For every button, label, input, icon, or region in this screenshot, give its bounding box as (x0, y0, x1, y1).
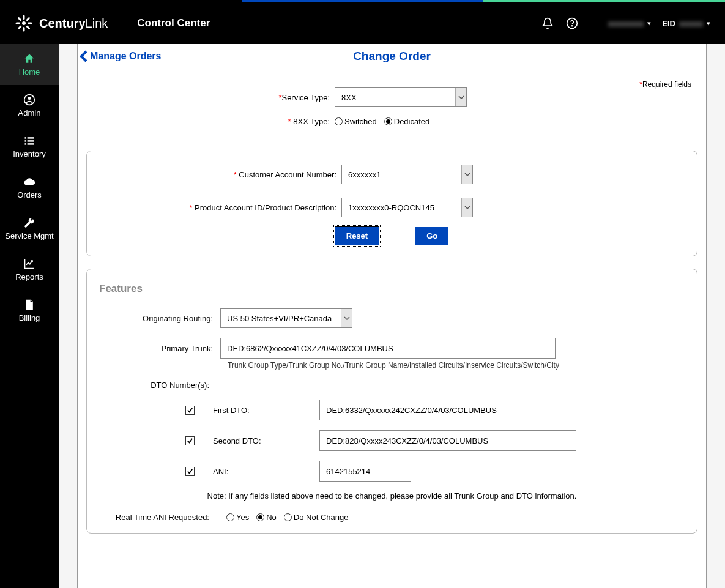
eid-label: EID (662, 19, 675, 28)
svg-rect-4 (28, 23, 32, 24)
reset-button[interactable]: Reset (335, 227, 379, 245)
brand-prefix: Century (39, 17, 86, 30)
chevron-left-icon (79, 50, 89, 62)
user-menu[interactable]: xxxxxxxxx ▾ EID xxxxxx ▾ (608, 19, 710, 28)
select-value: 6xxxxxx1 (342, 170, 461, 179)
sidebar-item-label: Service Mgmt (5, 231, 53, 240)
sidebar-item-orders[interactable]: Orders (0, 167, 59, 208)
required-note: *Required fields (639, 80, 691, 89)
svg-rect-13 (25, 137, 27, 139)
second-dto-checkbox[interactable] (185, 436, 195, 445)
starburst-icon (15, 14, 33, 32)
sidebar-item-label: Admin (18, 108, 41, 117)
svg-rect-3 (16, 23, 21, 24)
features-title: Features (99, 283, 686, 295)
eid-value: xxxxxx (679, 19, 703, 28)
select-value: 8XX (335, 93, 455, 102)
first-dto-label: First DTO: (213, 406, 319, 415)
sidebar: Home Admin Inventory Orders Service Mgmt… (0, 44, 59, 588)
dto-label: DTO Number(s): (98, 381, 214, 390)
features-panel: Features Originating Routing: US 50 Stat… (86, 269, 697, 534)
sidebar-item-label: Home (19, 67, 40, 76)
sidebar-item-admin[interactable]: Admin (0, 85, 59, 126)
features-note: Note: If any fields listed above need to… (98, 491, 686, 501)
svg-rect-8 (26, 25, 30, 29)
radio-switched[interactable]: Switched (335, 117, 377, 126)
chevron-down-icon (461, 165, 472, 184)
username: xxxxxxxxx (608, 19, 644, 28)
radio-rta-no[interactable]: No (256, 513, 277, 522)
radio-label: Dedicated (394, 117, 430, 126)
second-dto-label: Second DTO: (213, 436, 319, 445)
chart-line-icon (23, 258, 35, 270)
prod-acct-select[interactable]: 1xxxxxxxx0-RQOCN145 (341, 198, 473, 217)
prod-acct-label: Product Account ID/Product Description: (195, 203, 336, 212)
chevron-down-icon: ▾ (707, 20, 710, 28)
radio-label: No (266, 513, 277, 522)
app-header: CenturyLink Control Center xxxxxxxxx ▾ E… (0, 2, 725, 44)
radio-label: Do Not Change (294, 513, 349, 522)
svg-rect-17 (25, 143, 27, 145)
page-title: Change Order (353, 50, 431, 63)
second-dto-input[interactable] (319, 430, 576, 451)
svg-rect-16 (28, 140, 34, 142)
radio-label: Switched (344, 117, 377, 126)
wrench-icon (23, 217, 35, 229)
back-button[interactable]: Manage Orders (79, 50, 161, 62)
select-value: US 50 States+VI/PR+Canada (221, 314, 341, 323)
svg-rect-5 (26, 17, 30, 21)
svg-rect-15 (25, 140, 27, 142)
cust-acct-select[interactable]: 6xxxxxx1 (341, 165, 473, 184)
help-icon[interactable] (566, 17, 578, 29)
radio-rta-dnc[interactable]: Do Not Change (284, 513, 349, 522)
sidebar-item-label: Orders (17, 190, 42, 199)
orig-routing-label: Originating Routing: (98, 314, 220, 323)
svg-rect-6 (17, 25, 21, 29)
back-label: Manage Orders (90, 51, 161, 62)
sidebar-item-reports[interactable]: Reports (0, 249, 59, 290)
ani-label: ANI: (213, 467, 319, 476)
primary-trunk-input[interactable] (220, 338, 556, 359)
chevron-down-icon (341, 309, 352, 327)
account-panel: * Customer Account Number: 6xxxxxx1 * Pr… (86, 151, 697, 256)
xx-type-label: 8XX Type: (293, 117, 330, 126)
service-type-select[interactable]: 8XX (335, 87, 467, 107)
sidebar-item-service-mgmt[interactable]: Service Mgmt (0, 208, 59, 249)
ani-input[interactable] (319, 461, 411, 482)
sidebar-item-inventory[interactable]: Inventory (0, 126, 59, 167)
bell-icon[interactable] (541, 17, 554, 29)
go-button[interactable]: Go (415, 227, 448, 245)
document-icon (23, 299, 35, 311)
svg-point-12 (28, 97, 31, 100)
radio-dedicated[interactable]: Dedicated (384, 117, 430, 126)
cust-acct-label: Customer Account Number: (239, 170, 336, 179)
orig-routing-select[interactable]: US 50 States+VI/PR+Canada (220, 308, 352, 328)
ani-checkbox[interactable] (185, 467, 195, 476)
brand-logo: CenturyLink (15, 14, 108, 32)
svg-rect-18 (28, 143, 34, 145)
list-icon (23, 135, 35, 147)
brand-suffix: Link (86, 17, 108, 30)
svg-rect-2 (23, 27, 25, 32)
svg-rect-7 (17, 17, 21, 21)
svg-rect-14 (28, 137, 34, 139)
first-dto-input[interactable] (319, 400, 576, 420)
radio-label: Yes (236, 513, 249, 522)
sidebar-item-label: Inventory (13, 149, 45, 158)
primary-trunk-label: Primary Trunk: (98, 344, 220, 353)
svg-point-0 (22, 21, 26, 25)
first-dto-checkbox[interactable] (185, 406, 195, 415)
primary-trunk-hint: Trunk Group Type/Trunk Group No./Trunk G… (228, 361, 686, 370)
svg-point-10 (571, 26, 572, 26)
sidebar-item-home[interactable]: Home (0, 44, 59, 85)
user-circle-icon (23, 94, 35, 106)
app-title: Control Center (137, 17, 210, 29)
chevron-down-icon (455, 88, 466, 106)
radio-rta-yes[interactable]: Yes (226, 513, 249, 522)
cloud-down-icon (23, 176, 35, 188)
sidebar-item-billing[interactable]: Billing (0, 290, 59, 331)
service-type-label: Service Type: (281, 93, 330, 102)
rta-label: Real Time ANI Requested: (98, 513, 226, 522)
home-icon (23, 53, 35, 65)
chevron-down-icon: ▾ (647, 20, 651, 28)
